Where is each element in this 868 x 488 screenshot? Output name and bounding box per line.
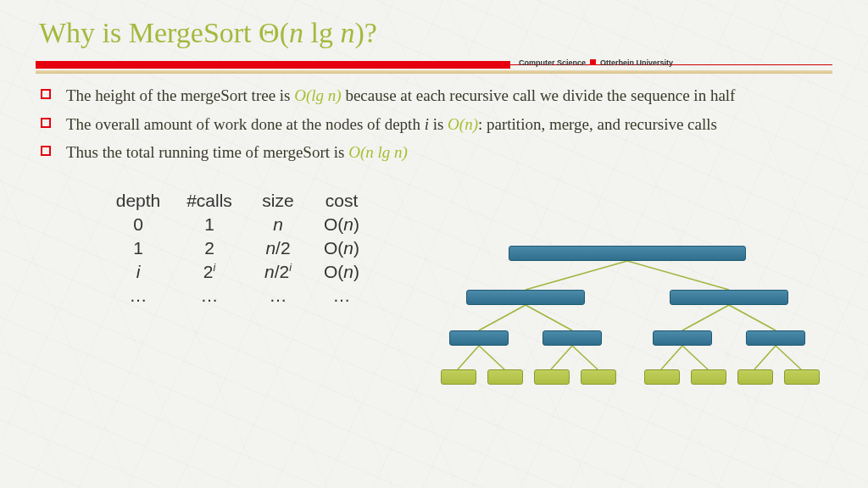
bullet-list: The height of the mergeSort tree is O(lg… — [37, 85, 831, 170]
svg-line-10 — [661, 346, 682, 369]
header-rule: Computer ScienceOtterbein University — [36, 61, 832, 73]
bullet-1: The height of the mergeSort tree is O(lg… — [37, 85, 831, 114]
tree-leaf — [441, 369, 476, 385]
tree-node — [542, 330, 602, 346]
svg-line-5 — [729, 305, 776, 330]
svg-line-3 — [526, 305, 572, 330]
tree-leaf — [784, 369, 820, 385]
svg-line-7 — [479, 346, 504, 369]
svg-line-11 — [682, 346, 708, 369]
tree-node — [466, 290, 585, 305]
bullet-2: The overall amount of work done at the n… — [37, 114, 831, 142]
tree-leaf — [534, 369, 570, 385]
tree-node — [653, 330, 712, 346]
slide: Why is MergeSort Θ(n lg n)? Computer Sci… — [0, 0, 868, 488]
svg-line-8 — [551, 346, 572, 369]
tree-leaf — [737, 369, 773, 385]
svg-line-9 — [572, 346, 598, 369]
svg-line-6 — [458, 346, 479, 369]
svg-line-12 — [754, 346, 776, 369]
recursion-tree-diagram — [424, 246, 831, 415]
tree-leaf — [581, 369, 616, 385]
bullet-3: Thus the total running time of mergeSort… — [37, 141, 831, 170]
tree-node — [670, 290, 788, 305]
tree-leaf — [691, 369, 726, 385]
svg-line-4 — [682, 305, 729, 330]
slide-title: Why is MergeSort Θ(n lg n)? — [39, 17, 831, 49]
tree-node — [746, 330, 805, 346]
header-label: Computer ScienceOtterbein University — [519, 59, 673, 67]
svg-line-13 — [776, 346, 801, 369]
table-row: 0 1 n O(n) — [103, 213, 831, 236]
svg-line-1 — [627, 261, 729, 290]
svg-line-0 — [526, 261, 627, 290]
tree-node — [509, 246, 746, 261]
tree-node — [449, 330, 509, 346]
tree-leaf — [487, 369, 523, 385]
tree-leaf — [644, 369, 680, 385]
table-header: depth #calls size cost — [103, 189, 831, 213]
svg-line-2 — [479, 305, 526, 330]
